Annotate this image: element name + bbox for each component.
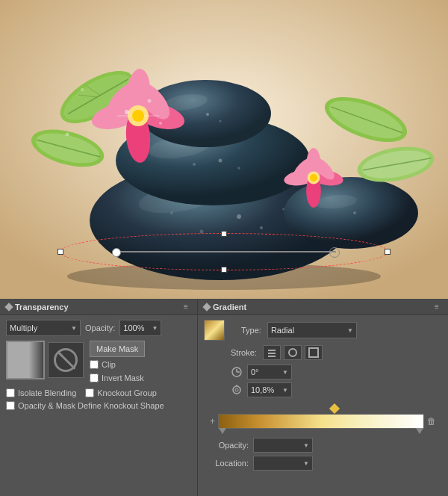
gradient-bar[interactable] <box>218 414 424 429</box>
svg-point-53 <box>125 110 129 114</box>
knockout-group-checkbox[interactable] <box>85 388 94 397</box>
invert-mask-label: Invert Mask <box>102 373 144 382</box>
invert-mask-row: Invert Mask <box>90 373 145 382</box>
svg-point-54 <box>148 99 152 103</box>
angle-input[interactable]: 0° ▼ <box>247 365 292 379</box>
clip-checkbox[interactable] <box>90 360 99 369</box>
svg-point-52 <box>310 174 317 182</box>
transparency-panel-menu-btn[interactable]: ≡ <box>181 302 191 312</box>
canvas-area <box>0 0 448 299</box>
svg-rect-59 <box>268 353 276 354</box>
svg-point-7 <box>170 211 173 214</box>
gradient-stop-right[interactable] <box>416 428 423 434</box>
transparency-panel-title: Transparency <box>15 303 69 311</box>
gradient-location-row: Location: ▼ <box>204 454 442 472</box>
gradient-panel: Gradient ≡ Type: Radial ▼ Stroke: <box>198 299 448 496</box>
no-symbol-icon <box>54 348 78 372</box>
svg-rect-60 <box>268 356 276 357</box>
opacity-mask-row: Opacity & Mask Define Knockout Shape <box>6 401 191 410</box>
gradient-panel-header: Gradient ≡ <box>198 299 448 315</box>
stroke-btn-3[interactable] <box>305 345 323 360</box>
opacity-mask-checkbox[interactable] <box>6 401 15 410</box>
svg-point-4 <box>237 214 241 219</box>
isolate-blending-checkbox[interactable] <box>6 388 15 397</box>
invert-mask-checkbox[interactable] <box>90 373 99 382</box>
angle-icon <box>231 366 243 378</box>
gradient-type-label: Type: <box>241 326 261 335</box>
svg-point-67 <box>235 388 238 391</box>
opacity-mask-label: Opacity & Mask Define Knockout Shape <box>18 401 164 410</box>
svg-point-16 <box>206 113 209 116</box>
gradient-direction-line[interactable] <box>112 251 336 252</box>
gradient-diamond-icon <box>202 303 211 311</box>
gradient-type-select[interactable]: Radial ▼ <box>267 322 357 338</box>
gradient-stop-indicator[interactable] <box>329 403 339 414</box>
svg-point-11 <box>219 159 223 163</box>
stroke-btn-1[interactable] <box>263 345 281 360</box>
scale-row: 10,8% ▼ <box>204 382 442 397</box>
svg-point-55 <box>159 122 162 125</box>
gradient-opacity-input-arrow: ▼ <box>303 442 309 449</box>
svg-point-56 <box>66 133 69 137</box>
svg-point-42 <box>132 110 144 122</box>
svg-point-18 <box>284 177 418 249</box>
blend-mode-select[interactable]: Multiply ▼ <box>6 320 81 336</box>
clip-label: Clip <box>102 360 116 369</box>
svg-point-5 <box>260 226 263 229</box>
transparency-title-group: Transparency <box>6 303 69 311</box>
gradient-type-arrow: ▼ <box>347 327 353 334</box>
clip-row: Clip <box>90 360 145 369</box>
gradient-title-group: Gradient <box>204 303 246 311</box>
angle-arrow: ▼ <box>282 369 288 376</box>
isolate-blending-label: Isolate Blending <box>18 388 76 397</box>
gradient-type-row: Type: Radial ▼ <box>204 320 442 341</box>
gradient-location-input[interactable]: ▼ <box>253 456 313 471</box>
angle-row: 0° ▼ <box>204 365 442 379</box>
knockout-group-row: Knockout Group <box>85 388 157 397</box>
gradient-opacity-input[interactable]: ▼ <box>253 438 313 453</box>
stroke-btn-2[interactable] <box>284 345 302 360</box>
gradient-panel-menu-btn[interactable]: ≡ <box>432 302 442 312</box>
stroke-label: Stroke: <box>231 348 257 357</box>
scale-input[interactable]: 10,8% ▼ <box>247 382 292 397</box>
gradient-location-label: Location: <box>210 459 249 468</box>
add-gradient-stop-icon[interactable]: + <box>210 416 215 427</box>
svg-point-66 <box>233 386 240 394</box>
opacity-select[interactable]: 100% ▼ <box>119 320 161 336</box>
gradient-opacity-row: Opacity: ▼ <box>204 436 442 454</box>
svg-point-57 <box>81 88 84 91</box>
panels-container: Transparency ≡ Multiply ▼ Opacity: 100% … <box>0 299 448 496</box>
gradient-panel-content: Type: Radial ▼ Stroke: <box>198 315 448 477</box>
mask-thumbnail-2[interactable] <box>48 342 84 378</box>
blend-mode-arrow: ▼ <box>71 325 77 332</box>
delete-gradient-stop-icon[interactable]: 🗑 <box>427 416 436 427</box>
svg-point-20 <box>353 211 356 214</box>
isolate-blending-row: Isolate Blending <box>6 388 76 397</box>
gradient-bar-container: + 🗑 <box>210 414 436 429</box>
opacity-arrow: ▼ <box>152 325 158 332</box>
svg-point-61 <box>289 349 296 356</box>
artwork-svg <box>0 0 448 299</box>
transparency-panel-content: Multiply ▼ Opacity: 100% ▼ <box>0 315 197 416</box>
gradient-location-input-arrow: ▼ <box>303 460 309 467</box>
gradient-panel-title: Gradient <box>213 303 246 311</box>
gradient-preview-thumb[interactable] <box>204 320 225 341</box>
transparency-diamond-icon <box>4 303 13 311</box>
scale-arrow: ▼ <box>282 387 288 394</box>
gradient-opacity-label: Opacity: <box>210 441 249 450</box>
scale-icon <box>231 384 243 396</box>
svg-rect-58 <box>268 350 276 351</box>
transparency-panel-header: Transparency ≡ <box>0 299 197 315</box>
gradient-stop-left[interactable] <box>219 428 226 434</box>
transparency-panel: Transparency ≡ Multiply ▼ Opacity: 100% … <box>0 299 198 496</box>
svg-rect-62 <box>309 348 318 357</box>
svg-point-12 <box>237 167 240 170</box>
blend-opacity-row: Multiply ▼ Opacity: 100% ▼ <box>6 320 191 336</box>
opacity-label: Opacity: <box>85 323 115 332</box>
svg-point-13 <box>193 163 196 166</box>
gradient-bar-area: + 🗑 <box>204 403 442 429</box>
make-mask-button[interactable]: Make Mask <box>90 341 145 357</box>
mask-thumbnail-1[interactable] <box>6 341 45 379</box>
svg-point-17 <box>220 120 222 123</box>
stroke-row: Stroke: <box>204 345 442 360</box>
